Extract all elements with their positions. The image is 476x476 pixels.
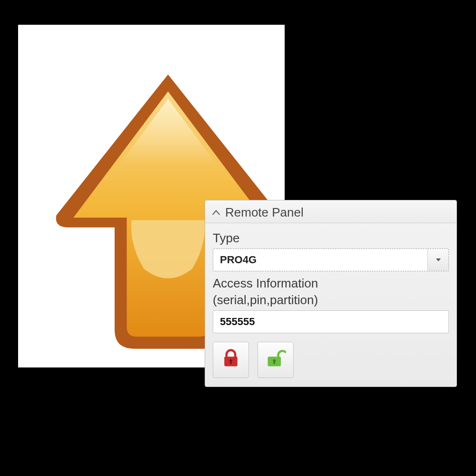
- type-label: Type: [213, 231, 449, 246]
- button-row: [213, 342, 449, 378]
- access-label-line1: Access Information: [213, 276, 449, 291]
- lock-button[interactable]: [213, 342, 249, 378]
- remote-panel: Remote Panel Type PRO4G Access Informati…: [205, 200, 457, 387]
- type-select[interactable]: PRO4G: [213, 248, 449, 271]
- svg-rect-2: [230, 361, 231, 364]
- unlock-icon: [265, 348, 286, 372]
- access-info-value: 555555: [220, 316, 255, 328]
- caret-down-icon: [427, 249, 448, 271]
- svg-rect-5: [274, 361, 275, 364]
- type-select-value: PRO4G: [213, 254, 427, 266]
- access-label-line2: (serial,pin,partition): [213, 293, 449, 307]
- panel-body: Type PRO4G Access Information (serial,pi…: [205, 223, 456, 387]
- panel-title: Remote Panel: [225, 205, 304, 220]
- lock-icon: [220, 348, 241, 372]
- chevron-up-icon: [212, 208, 220, 217]
- access-info-input[interactable]: 555555: [213, 310, 449, 333]
- panel-header[interactable]: Remote Panel: [205, 200, 456, 223]
- unlock-button[interactable]: [258, 342, 294, 378]
